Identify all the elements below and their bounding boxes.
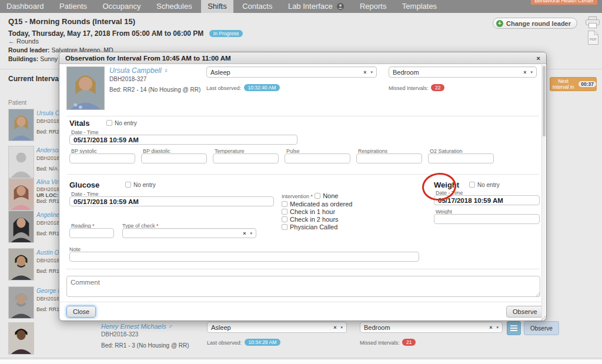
next-interval-button[interactable]: Next Interval in 00:37: [550, 77, 597, 91]
divider: [66, 174, 539, 175]
glucose-datetime-input[interactable]: [69, 196, 274, 206]
gender-symbol: ♀: [163, 66, 169, 75]
modal-title-bar[interactable]: Observation for Interval From 10:45 AM t…: [59, 52, 546, 64]
o2-saturation-input[interactable]: [428, 153, 494, 163]
glucose-no-entry-checkbox[interactable]: [125, 182, 131, 188]
status-select[interactable]: Asleep × ▾: [206, 66, 377, 78]
row-menu-button[interactable]: [507, 321, 521, 335]
location-select[interactable]: Bedroom × ▾: [360, 322, 503, 333]
no-entry-label: No entry: [115, 120, 137, 126]
nav-item-occupancy[interactable]: Occupancy: [96, 0, 148, 13]
missed-intervals-badge: 21: [402, 339, 416, 346]
comment-textarea[interactable]: [66, 276, 540, 297]
location-select[interactable]: Bedroom × ▾: [389, 66, 537, 78]
reading-input[interactable]: [69, 228, 114, 238]
divider: [66, 116, 539, 116]
clear-icon[interactable]: ×: [489, 325, 492, 330]
nav-item-schedules[interactable]: Schedules: [150, 0, 199, 13]
vitals-datetime-input[interactable]: [69, 135, 297, 145]
divider: [0, 358, 602, 358]
observe-row-button[interactable]: Observe: [524, 321, 559, 335]
patient-id: DBH2018-323: [101, 331, 138, 338]
patient-bed: Bed: RR2 - 14 (No Housing @ RR): [109, 86, 200, 93]
top-navbar: Dashboard Patients Occupancy Schedules S…: [0, 0, 602, 13]
pdf-export-icon[interactable]: PDF: [586, 31, 599, 47]
nav-item-templates[interactable]: Templates: [396, 0, 443, 13]
temperature-input[interactable]: [213, 153, 279, 163]
page-title: Q15 - Morning Rounds (Interval 15): [8, 17, 135, 26]
chevron-down-icon: ▾: [530, 70, 533, 75]
patient-bed: Bed: N/A: [36, 166, 58, 172]
missed-intervals-label: Missed Intervals:: [389, 85, 429, 91]
intervention-medicated-radio[interactable]: [282, 201, 287, 207]
patient-photo-large: [66, 66, 105, 110]
patient-bed: Bed: RR1 - 3 (No Housing @ RR): [101, 342, 189, 349]
chevron-down-icon: ▾: [340, 325, 343, 330]
modal-scrollbar[interactable]: [541, 65, 546, 320]
glucose-section-title: Glucose: [69, 181, 99, 189]
intervention-label: Intervention *: [282, 193, 313, 199]
patient-photo: [8, 109, 34, 141]
scrollbar-thumb[interactable]: [543, 66, 546, 136]
vitals-no-entry-checkbox[interactable]: [106, 120, 112, 126]
user-status-icon: [337, 3, 344, 10]
countdown-badge: 00:37: [578, 81, 596, 87]
nav-item-lab-interface[interactable]: Lab Interface: [282, 0, 351, 13]
round-leader-label: Round leader:: [8, 46, 50, 54]
weight-no-entry-checkbox[interactable]: [469, 182, 475, 188]
patient-photo: [8, 178, 34, 211]
divider: [66, 269, 539, 269]
last-observed-badge: 10:34:29 AM: [245, 339, 281, 346]
vitals-section-title: Vitals: [69, 119, 89, 128]
intervention-check-2h-radio[interactable]: [282, 216, 287, 222]
intervention-physician-radio[interactable]: [282, 224, 287, 230]
clear-icon[interactable]: ×: [333, 325, 336, 330]
missed-intervals-label: Missed Intervals:: [360, 340, 400, 346]
nav-item-shifts[interactable]: Shifts: [201, 0, 233, 13]
bp-systolic-input[interactable]: [69, 153, 135, 163]
divider: [59, 302, 546, 302]
status-select[interactable]: Asleep × ▾: [207, 322, 347, 333]
gender-symbol: ♂: [168, 323, 173, 330]
last-observed-badge: 10:32:40 AM: [244, 84, 280, 91]
weight-datetime-input[interactable]: [434, 195, 540, 205]
respirations-input[interactable]: [356, 153, 422, 163]
no-entry-label: No entry: [133, 182, 156, 188]
patient-name-link[interactable]: Henry Ernest Michaels ♂: [101, 323, 173, 330]
last-observed-label: Last observed:: [207, 340, 242, 346]
bottom-strip: [0, 359, 602, 364]
nav-item-contacts[interactable]: Contacts: [236, 0, 279, 13]
plus-icon: +: [496, 20, 503, 27]
buildings-label: Buildings:: [8, 55, 38, 62]
clear-icon[interactable]: ×: [523, 69, 526, 75]
clear-icon[interactable]: ×: [243, 231, 246, 236]
modal-title: Observation for Interval From 10:45 AM t…: [65, 55, 537, 62]
last-observed-label: Last observed:: [206, 85, 241, 91]
brand-label: Behavioral Health Center: [531, 0, 597, 5]
type-of-check-select[interactable]: × ▾: [122, 228, 256, 238]
pulse-input[interactable]: [285, 153, 350, 163]
nav-item-reports[interactable]: Reports: [353, 0, 393, 13]
print-icon[interactable]: [585, 16, 600, 31]
bp-diastolic-input[interactable]: [141, 153, 207, 163]
weight-input[interactable]: [434, 214, 540, 224]
chevron-down-icon: ▾: [370, 70, 373, 75]
close-button[interactable]: Close: [66, 306, 96, 318]
close-icon[interactable]: ×: [537, 55, 540, 62]
intervention-none-radio[interactable]: [315, 193, 320, 199]
clear-icon[interactable]: ×: [363, 69, 366, 75]
note-input[interactable]: [69, 252, 419, 262]
missed-intervals-badge: 22: [431, 84, 444, 91]
back-to-rounds-link[interactable]: ← Rounds: [8, 38, 39, 45]
patient-column-header: Patient: [8, 99, 26, 106]
intervention-check-1h-radio[interactable]: [282, 209, 287, 215]
status-badge: In Progress: [209, 30, 243, 37]
patient-photo: [8, 286, 34, 319]
nav-item-patients[interactable]: Patients: [53, 0, 93, 13]
intervention-option-label: None: [323, 192, 338, 199]
change-round-leader-button[interactable]: + Change round leader: [493, 18, 577, 29]
patient-name-link[interactable]: Ursula Campbell ♀: [109, 66, 169, 75]
intervention-option-label: Check in 1 hour: [290, 208, 335, 215]
observe-button[interactable]: Observe: [506, 306, 544, 318]
nav-item-dashboard[interactable]: Dashboard: [0, 0, 51, 13]
